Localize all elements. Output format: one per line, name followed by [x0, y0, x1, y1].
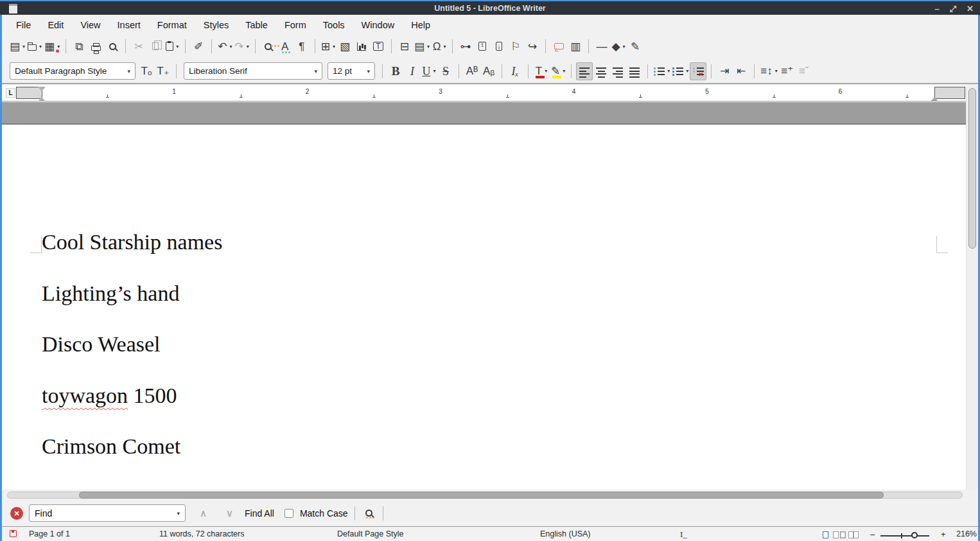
- update-style-button[interactable]: Tₒ: [138, 62, 155, 80]
- find-all-button[interactable]: Find All: [245, 508, 274, 519]
- zoom-slider[interactable]: [880, 535, 929, 537]
- increase-paragraph-spacing-button[interactable]: ≡⁺: [779, 62, 796, 80]
- restore-button[interactable]: ⤢: [950, 4, 956, 14]
- menu-tools[interactable]: Tools: [315, 17, 353, 33]
- match-case-checkbox[interactable]: [284, 509, 293, 518]
- horizontal-scrollbar[interactable]: [2, 490, 968, 501]
- no-list-button[interactable]: [690, 62, 706, 80]
- line-spacing-button[interactable]: ≡↕▾: [759, 62, 778, 80]
- spelling-button[interactable]: A: [277, 37, 293, 55]
- basic-shapes-dropdown-icon[interactable]: ▾: [623, 44, 626, 49]
- draw-functions-button[interactable]: ✎: [627, 37, 643, 55]
- menu-form[interactable]: Form: [276, 17, 315, 33]
- new-document-dropdown-icon[interactable]: ▾: [22, 44, 25, 49]
- find-dropdown-caret-icon[interactable]: ▾: [177, 510, 180, 517]
- word-count-status[interactable]: 11 words, 72 characters: [159, 529, 244, 538]
- redo-dropdown-icon[interactable]: ▾: [247, 44, 249, 49]
- underline-dropdown-icon[interactable]: ▾: [433, 68, 435, 74]
- insert-comment-button[interactable]: [550, 37, 567, 55]
- ordered-list-button[interactable]: ▾: [671, 62, 690, 80]
- open-button[interactable]: ▾: [26, 37, 43, 55]
- font-color-button[interactable]: T▾: [533, 62, 550, 80]
- font-color-dropdown-icon[interactable]: ▾: [545, 68, 547, 74]
- single-page-view-icon[interactable]: [823, 531, 828, 538]
- redo-button[interactable]: ↷▾: [233, 37, 250, 55]
- basic-shapes-button[interactable]: ◆▾: [610, 37, 627, 55]
- paragraph[interactable]: Crimson Comet: [42, 434, 180, 459]
- zoom-out-button[interactable]: –: [870, 529, 875, 539]
- page-number-status[interactable]: Page 1 of 1: [29, 529, 70, 538]
- menu-table[interactable]: Table: [237, 17, 276, 33]
- new-style-button[interactable]: T₊: [155, 62, 171, 80]
- print-button[interactable]: [87, 37, 104, 55]
- zoom-level-status[interactable]: 216%: [956, 529, 977, 538]
- menu-help[interactable]: Help: [403, 17, 439, 33]
- track-changes-button[interactable]: ▥: [567, 37, 584, 55]
- font-size-caret-icon[interactable]: ▾: [367, 68, 370, 75]
- insert-chart-button[interactable]: [353, 37, 370, 55]
- menu-window[interactable]: Window: [353, 17, 403, 33]
- paste-button[interactable]: ▾: [164, 37, 180, 55]
- page-style-status[interactable]: Default Page Style: [337, 529, 404, 538]
- horizontal-line-button[interactable]: ―: [593, 37, 610, 55]
- paragraph[interactable]: toywagon 1500: [42, 384, 177, 408]
- left-indent-marker[interactable]: [38, 93, 46, 102]
- special-character-dropdown-icon[interactable]: ▾: [443, 44, 446, 49]
- page-break-button[interactable]: ⊟: [396, 37, 413, 55]
- zoom-slider-thumb[interactable]: [911, 532, 918, 538]
- copy-button[interactable]: [147, 37, 164, 55]
- paragraph-style-combobox[interactable]: Default Paragraph Style▾: [10, 62, 136, 80]
- save-dropdown-icon[interactable]: ▾: [57, 44, 60, 49]
- insert-image-button[interactable]: ▧: [337, 37, 353, 55]
- decrease-indent-button[interactable]: ⇤: [733, 62, 749, 80]
- align-right-button[interactable]: [609, 62, 626, 80]
- insert-hyperlink-button[interactable]: ⊶: [457, 37, 474, 55]
- insert-field-button[interactable]: ▤▾: [413, 37, 431, 55]
- vertical-scrollbar-thumb[interactable]: [968, 88, 976, 249]
- insert-mode-status[interactable]: I_: [680, 529, 687, 540]
- match-case-label[interactable]: Match Case: [300, 508, 348, 519]
- special-character-button[interactable]: Ω▾: [431, 37, 448, 55]
- right-indent-marker[interactable]: [931, 93, 938, 102]
- export-pdf-button[interactable]: ⧉: [71, 37, 87, 55]
- minimize-button[interactable]: –: [934, 4, 939, 13]
- increase-indent-button[interactable]: ⇥: [716, 62, 733, 80]
- menu-insert[interactable]: Insert: [109, 17, 149, 33]
- highlight-color-button[interactable]: ✎▾: [550, 62, 566, 80]
- align-center-button[interactable]: [593, 62, 609, 80]
- unordered-list-button[interactable]: ▾: [652, 62, 671, 80]
- close-find-bar-button[interactable]: ✕: [10, 507, 23, 520]
- bold-button[interactable]: B: [387, 62, 404, 80]
- zoom-in-button[interactable]: +: [941, 529, 946, 539]
- insert-bookmark-button[interactable]: ⚐: [507, 37, 524, 55]
- italic-button[interactable]: I: [404, 62, 421, 80]
- document-area[interactable]: Cool Starship namesLighting’s handDisco …: [2, 102, 968, 490]
- find-previous-button[interactable]: ∧: [195, 508, 212, 519]
- new-document-button[interactable]: ▤▾: [8, 37, 26, 55]
- menu-edit[interactable]: Edit: [39, 17, 72, 33]
- menu-format[interactable]: Format: [149, 17, 195, 33]
- cross-reference-button[interactable]: ↪: [524, 37, 541, 55]
- find-replace-button[interactable]: [260, 37, 277, 55]
- paragraph-style-caret-icon[interactable]: ▾: [127, 68, 130, 75]
- multi-page-view-icon[interactable]: [833, 531, 839, 538]
- tab-stop-selector[interactable]: L: [6, 88, 15, 98]
- insert-textbox-button[interactable]: T: [370, 37, 387, 55]
- clone-formatting-button[interactable]: ✐: [190, 37, 207, 55]
- insert-footnote-button[interactable]: ¹: [474, 37, 491, 55]
- paragraph[interactable]: Lighting’s hand: [42, 281, 179, 306]
- superscript-button[interactable]: Aᴮ: [464, 62, 480, 80]
- find-and-replace-icon[interactable]: [365, 510, 372, 517]
- unsaved-changes-icon[interactable]: [10, 530, 17, 537]
- decrease-paragraph-spacing-button[interactable]: ≡ˇ: [796, 62, 812, 80]
- find-next-button[interactable]: ∨: [221, 508, 238, 519]
- strikethrough-button[interactable]: S: [437, 62, 454, 80]
- insert-endnote-button[interactable]: ᵢ: [491, 37, 507, 55]
- paragraph[interactable]: Cool Starship names: [42, 230, 222, 254]
- insert-table-dropdown-icon[interactable]: ▾: [333, 44, 335, 49]
- vertical-scrollbar[interactable]: [966, 85, 978, 490]
- open-dropdown-icon[interactable]: ▾: [39, 44, 42, 49]
- paste-dropdown-icon[interactable]: ▾: [176, 44, 179, 49]
- font-size-combobox[interactable]: 12 pt▾: [328, 62, 375, 80]
- language-status[interactable]: English (USA): [540, 529, 591, 538]
